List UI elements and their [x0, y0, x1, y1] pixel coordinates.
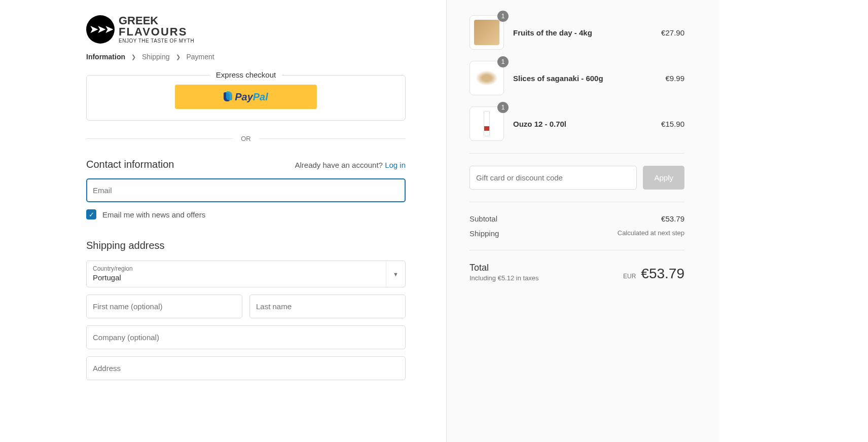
caret-down-icon: ▼: [386, 261, 405, 287]
item-thumbnail: 1: [469, 61, 504, 95]
or-text: OR: [241, 135, 251, 142]
item-price: €15.90: [661, 120, 684, 128]
contact-info-heading: Contact information: [86, 159, 174, 170]
qty-badge: 1: [497, 11, 509, 22]
breadcrumb-payment[interactable]: Payment: [187, 53, 214, 61]
cart-item: 1 Slices of saganaki - 600g €9.99: [469, 61, 684, 95]
paypal-label-pay: Pay: [235, 91, 253, 103]
chevron-right-icon: ❯: [131, 54, 136, 60]
cart-item: 1 Fruits of the day - 4kg €27.90: [469, 15, 684, 50]
login-link[interactable]: Log in: [385, 161, 406, 169]
subtotal-value: €53.79: [661, 214, 684, 223]
express-checkout-box: Express checkout PayPal: [86, 75, 406, 121]
breadcrumb: Information ❯ Shipping ❯ Payment: [86, 53, 406, 61]
item-name: Ouzo 12 - 0.70l: [513, 120, 652, 128]
tax-note: Including €5.12 in taxes: [469, 274, 539, 282]
currency-code: EUR: [623, 273, 636, 280]
shipping-address-heading: Shipping address: [86, 240, 406, 251]
address-field[interactable]: [86, 356, 406, 380]
cart-item: 1 Ouzo 12 - 0.70l €15.90: [469, 106, 684, 141]
paypal-icon: [224, 91, 234, 102]
login-prompt: Already have an account? Log in: [295, 161, 406, 169]
country-select-label: Country/region: [93, 265, 399, 272]
breadcrumb-shipping[interactable]: Shipping: [142, 53, 170, 61]
news-offers-checkbox[interactable]: ✓: [86, 209, 96, 219]
last-name-field[interactable]: [249, 294, 406, 318]
express-checkout-title: Express checkout: [210, 70, 282, 79]
breadcrumb-information[interactable]: Information: [86, 53, 125, 61]
shipping-label: Shipping: [469, 229, 499, 238]
item-price: €9.99: [665, 74, 684, 83]
main-checkout-panel: ➤➤➤ GREEK FLAVOURS ENJOY THE TASTE OF MY…: [0, 0, 446, 442]
email-field[interactable]: [86, 178, 406, 202]
shipping-value: Calculated at next step: [618, 229, 684, 238]
order-summary-panel: 1 Fruits of the day - 4kg €27.90 1 Slice…: [446, 0, 720, 442]
total-amount: €53.79: [641, 266, 684, 282]
item-name: Fruits of the day - 4kg: [513, 28, 652, 37]
logo-tagline: ENJOY THE TASTE OF MYTH: [119, 39, 194, 44]
apply-discount-button[interactable]: Apply: [643, 166, 684, 190]
item-name: Slices of saganaki - 600g: [513, 74, 656, 83]
subtotal-label: Subtotal: [469, 214, 497, 223]
discount-code-field[interactable]: [469, 166, 637, 190]
qty-badge: 1: [497, 102, 509, 113]
country-select-value: Portugal: [93, 273, 399, 282]
logo-line1: GREEK: [119, 15, 194, 26]
item-price: €27.90: [661, 28, 684, 37]
company-field[interactable]: [86, 325, 406, 349]
logo-line2: FLAVOURS: [119, 26, 194, 38]
qty-badge: 1: [497, 56, 509, 67]
total-label: Total: [469, 263, 539, 273]
paypal-button[interactable]: PayPal: [175, 85, 317, 109]
paypal-label-pal: Pal: [253, 91, 268, 103]
country-select[interactable]: Country/region Portugal ▼: [86, 261, 406, 287]
item-thumbnail: 1: [469, 15, 504, 50]
brand-logo[interactable]: ➤➤➤ GREEK FLAVOURS ENJOY THE TASTE OF MY…: [86, 15, 406, 44]
first-name-field[interactable]: [86, 294, 242, 318]
news-offers-label: Email me with news and offers: [102, 210, 205, 219]
logo-arrows-icon: ➤➤➤: [86, 15, 115, 44]
chevron-right-icon: ❯: [176, 54, 180, 60]
or-divider: OR: [86, 135, 406, 142]
item-thumbnail: 1: [469, 106, 504, 141]
